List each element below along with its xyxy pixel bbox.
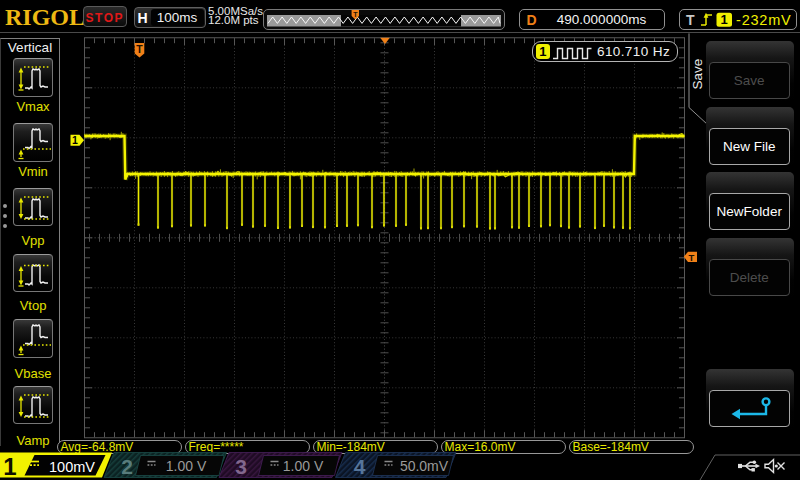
svg-text:100mV: 100mV	[49, 459, 95, 475]
svg-text:1: 1	[72, 134, 78, 146]
svg-text:T: T	[689, 252, 695, 263]
svg-text:1.00 V: 1.00 V	[166, 458, 207, 474]
svg-text:50.0mV: 50.0mV	[400, 458, 449, 474]
svg-text:T: T	[136, 43, 143, 55]
svg-text:T: T	[353, 10, 358, 17]
svg-text:-232mV: -232mV	[736, 12, 792, 28]
svg-text:4: 4	[354, 455, 366, 478]
svg-text:1.00 V: 1.00 V	[283, 458, 324, 474]
svg-text:T: T	[686, 11, 695, 27]
svg-text:2: 2	[121, 455, 133, 478]
svg-text:Save: Save	[690, 59, 705, 90]
svg-text:3: 3	[235, 455, 247, 478]
svg-text:1: 1	[3, 453, 16, 480]
svg-text:1: 1	[720, 12, 727, 27]
